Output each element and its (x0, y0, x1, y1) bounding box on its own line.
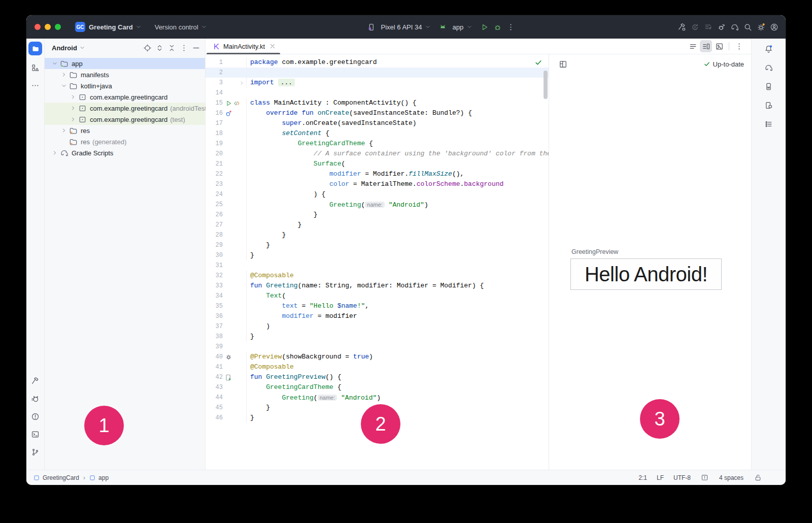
code-line-19[interactable]: 19 GreetingCardTheme { (206, 139, 549, 149)
code-line-36[interactable]: 36 modifier = modifier (206, 311, 549, 321)
run-gutter-icon[interactable] (225, 100, 232, 107)
caret-position[interactable]: 2:1 (638, 474, 647, 481)
project-menu[interactable]: Greeting Card (89, 23, 142, 31)
code-line-35[interactable]: 35 text = "Hello $name!", (206, 301, 549, 311)
file-encoding[interactable]: UTF-8 (673, 474, 691, 481)
code-line-32[interactable]: 32@Composable (206, 271, 549, 281)
code-line-44[interactable]: 44 Greeting(name: "Android") (206, 393, 549, 403)
tree-item-app[interactable]: app (45, 58, 205, 69)
tree-item-com-example-greetingcard[interactable]: com.example.greetingcard (45, 91, 205, 103)
apply-changes-icon[interactable]: A (688, 20, 701, 34)
build-hammer-icon[interactable] (29, 375, 42, 387)
editor-scrollbar[interactable] (544, 71, 548, 99)
gradle-icon[interactable] (763, 61, 775, 74)
settings-icon[interactable] (754, 20, 767, 34)
device-manager-icon[interactable] (763, 80, 775, 92)
code-line-23[interactable]: 23 color = MaterialTheme.colorScheme.bac… (206, 179, 549, 189)
code-line-21[interactable]: 21 Surface( (206, 159, 549, 169)
attach-debugger-icon[interactable] (715, 20, 728, 34)
code-line-40[interactable]: 40@Preview(showBackground = true) (206, 352, 549, 362)
logcat-icon[interactable] (29, 393, 42, 405)
tab-mainactivity[interactable]: MainActivity.kt (206, 39, 281, 54)
preview-render[interactable]: Hello Android! (570, 258, 722, 290)
close-tab-icon[interactable] (269, 43, 276, 50)
vcs-menu[interactable]: Version control (155, 23, 207, 31)
code-line-38[interactable]: 38} (206, 332, 549, 342)
breadcrumb-item[interactable]: GreetingCard (43, 474, 79, 481)
chevron-right-icon[interactable] (70, 94, 76, 100)
code-line-33[interactable]: 33fun Greeting(name: String, modifier: M… (206, 281, 549, 291)
code-line-2[interactable]: 2 (206, 68, 549, 78)
code-line-3[interactable]: 3import ... (206, 78, 549, 88)
code-line-14[interactable]: 14 (206, 88, 549, 98)
line-separator[interactable]: LF (657, 474, 664, 481)
code-line-29[interactable]: 29 } (206, 240, 549, 250)
code-line-39[interactable]: 39 (206, 342, 549, 352)
terminal-icon[interactable] (29, 428, 42, 440)
code-line-37[interactable]: 37 ) (206, 321, 549, 332)
code-line-30[interactable]: 30} (206, 250, 549, 260)
gear-icon[interactable] (225, 353, 232, 361)
tree-item-com-example-greetingcard[interactable]: com.example.greetingcard(test) (45, 114, 205, 125)
code-tag-icon[interactable] (233, 100, 241, 107)
account-icon[interactable] (767, 20, 781, 34)
app-inspection-icon[interactable] (763, 118, 775, 130)
code-line-27[interactable]: 27 } (206, 220, 549, 230)
run-configuration-selector[interactable]: app (436, 20, 472, 34)
notifications-icon[interactable] (763, 43, 775, 55)
code-line-20[interactable]: 20 // A surface container using the 'bac… (206, 149, 549, 159)
chevron-down-icon[interactable] (61, 83, 67, 89)
code-line-24[interactable]: 24 ) { (206, 189, 549, 200)
unlocked-icon[interactable] (753, 473, 762, 482)
collapse-all-icon[interactable] (165, 42, 178, 54)
code-line-16[interactable]: 16 override fun onCreate(savedInstanceSt… (206, 108, 549, 118)
chevron-right-icon[interactable] (70, 116, 76, 122)
code-line-26[interactable]: 26 } (206, 210, 549, 220)
project-view-selector[interactable]: Android (52, 44, 85, 52)
code-line-31[interactable]: 31 (206, 260, 549, 271)
override-method-icon[interactable] (225, 110, 232, 117)
tree-item-res[interactable]: res (45, 125, 205, 136)
run-tasks-icon[interactable] (701, 20, 715, 34)
minimize-button[interactable] (45, 24, 51, 30)
more-horizontal-icon[interactable] (29, 79, 42, 91)
expand-all-icon[interactable] (153, 42, 165, 54)
chevron-right-icon[interactable] (61, 127, 67, 134)
hide-icon[interactable] (190, 42, 202, 54)
tree-item-res[interactable]: res(generated) (45, 136, 205, 147)
gradle-sync-icon[interactable] (728, 20, 741, 34)
run-icon[interactable] (478, 20, 491, 34)
code-line-15[interactable]: 15class MainActivity : ComponentActivity… (206, 98, 549, 108)
tree-item-kotlin-java[interactable]: kotlin+java (45, 80, 205, 91)
search-icon[interactable] (741, 20, 754, 34)
inspection-widget-icon[interactable] (700, 473, 709, 482)
chevron-right-icon[interactable] (70, 105, 76, 111)
code-line-25[interactable]: 25 Greeting(name: "Android") (206, 200, 549, 210)
code-line-17[interactable]: 17 super.onCreate(savedInstanceState) (206, 118, 549, 128)
preview-run-icon[interactable] (225, 374, 232, 381)
code-line-22[interactable]: 22 modifier = Modifier.fillMaxSize(), (206, 169, 549, 179)
code-line-28[interactable]: 28 } (206, 230, 549, 240)
tree-item-manifests[interactable]: manifests (45, 69, 205, 80)
debug-icon[interactable] (491, 20, 504, 34)
inspections-ok-icon[interactable] (534, 58, 543, 67)
more-vertical-icon[interactable] (733, 40, 745, 52)
build-icon[interactable] (675, 20, 688, 34)
code-line-42[interactable]: 42fun GreetingPreview() { (206, 372, 549, 382)
tree-item-com-example-greetingcard[interactable]: com.example.greetingcard(androidTest) (45, 103, 205, 114)
project-tool-button[interactable] (28, 42, 42, 55)
locate-icon[interactable] (141, 42, 153, 54)
running-devices-icon[interactable] (763, 99, 775, 111)
breadcrumb-item[interactable]: app (98, 474, 109, 481)
code-line-1[interactable]: 1package com.example.greetingcard (206, 57, 549, 68)
breadcrumb[interactable]: GreetingCard›app (33, 474, 109, 481)
close-button[interactable] (35, 24, 41, 30)
tree-item-gradle-scripts[interactable]: Gradle Scripts (45, 147, 205, 158)
more-vertical-icon[interactable] (178, 42, 190, 54)
preview-composable-label[interactable]: GreetingPreview (571, 248, 618, 255)
more-vertical-icon[interactable] (504, 20, 517, 34)
split-view-icon[interactable] (700, 40, 712, 52)
code-line-34[interactable]: 34 Text( (206, 291, 549, 301)
chevron-down-icon[interactable] (52, 60, 58, 67)
design-view-icon[interactable] (713, 40, 725, 52)
